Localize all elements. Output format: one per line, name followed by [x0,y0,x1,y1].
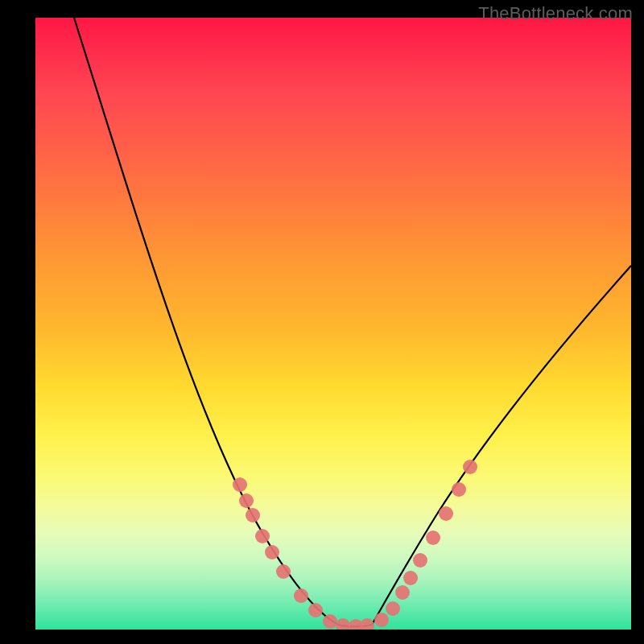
data-marker [426,530,440,545]
data-marker [276,564,291,579]
data-marker [294,588,308,603]
data-marker [336,618,350,630]
chart-area [35,18,631,630]
data-marker [439,506,453,521]
data-marker [323,614,337,629]
data-marker [308,603,323,617]
data-marker [395,585,410,600]
chart-svg [35,18,631,630]
data-marker [360,618,374,630]
data-marker [233,477,247,492]
data-marker [265,545,279,559]
watermark-text: TheBottleneck.com [478,3,633,24]
curve-group [74,18,631,626]
data-marker [403,571,418,585]
data-marker [463,460,477,474]
left-curve-path [74,18,338,625]
data-marker [239,493,254,508]
data-marker [386,601,400,616]
data-marker [413,553,427,568]
data-marker [255,529,270,543]
data-marker [374,613,389,627]
data-marker [452,482,466,497]
data-marker [246,508,260,522]
